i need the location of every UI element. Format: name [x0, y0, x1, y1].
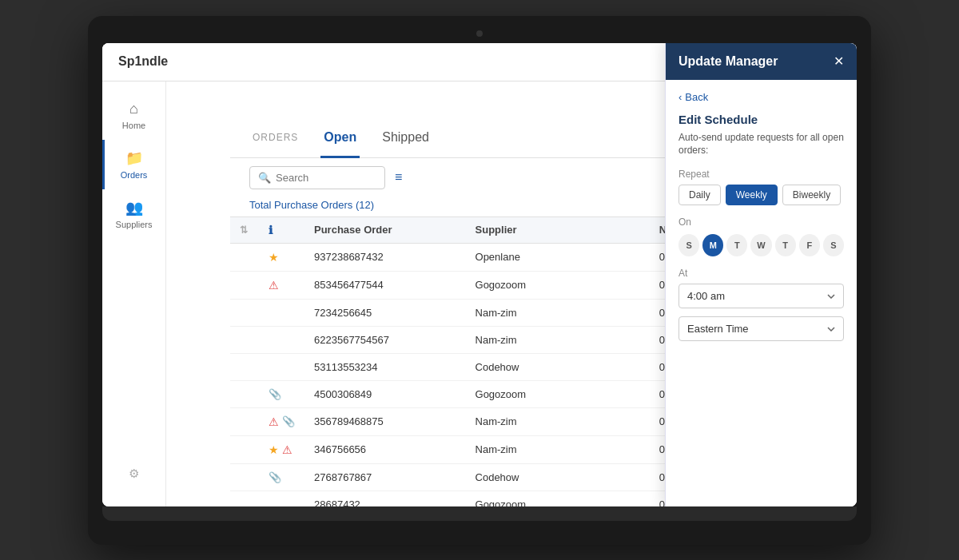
- icon-cell: 📎: [259, 381, 304, 407]
- icon-cell: [259, 354, 304, 368]
- col-po-header[interactable]: Purchase Order: [304, 216, 466, 243]
- timezone-select[interactable]: Eastern Time Central Time Mountain Time …: [678, 316, 844, 341]
- icon-cell: ⚠📎: [259, 408, 304, 435]
- tab-orders[interactable]: ORDERS: [249, 121, 301, 157]
- sidebar: ⌂ Home 📁 Orders 👥 Suppliers ⚙: [102, 43, 166, 506]
- icon-cell: [259, 300, 304, 314]
- sidebar-label-home: Home: [122, 121, 145, 130]
- suppliers-icon: 👥: [125, 199, 143, 216]
- day-buttons: S M T W T F S: [678, 234, 844, 256]
- po-cell: 356789468875: [304, 407, 466, 435]
- um-back-button[interactable]: ‹ Back: [678, 91, 844, 103]
- filter-icon[interactable]: ≡: [395, 170, 402, 185]
- back-chevron-icon: ‹: [678, 91, 682, 103]
- supplier-cell: Nam-zim: [466, 299, 650, 326]
- icon-cell: 📎: [259, 464, 304, 490]
- sidebar-item-home[interactable]: ⌂ Home: [102, 91, 165, 140]
- sidebar-item-settings[interactable]: ⚙: [122, 457, 145, 490]
- home-icon: ⌂: [129, 101, 138, 117]
- um-title: Update Manager: [678, 54, 778, 69]
- icon-cell: [259, 327, 304, 341]
- um-section-title: Edit Schedule: [678, 113, 844, 126]
- app-logo: Sp1ndle: [118, 54, 168, 69]
- day-saturday[interactable]: S: [823, 234, 844, 256]
- supplier-cell: Openlane: [466, 243, 650, 271]
- supplier-cell: Nam-zim: [466, 326, 650, 353]
- icon-cell: [259, 491, 304, 506]
- expand-cell: [230, 380, 259, 407]
- settings-icon: ⚙: [129, 467, 139, 481]
- expand-cell: [230, 271, 259, 299]
- update-manager-panel: Update Manager ✕ ‹ Back Edit Schedule Au…: [665, 43, 857, 506]
- supplier-cell: Codehow: [466, 353, 650, 380]
- po-cell: 853456477544: [304, 271, 466, 299]
- po-cell: 7234256645: [304, 299, 466, 326]
- po-cell: 6223567754567: [304, 326, 466, 353]
- col-expand: ⇅: [230, 216, 259, 243]
- day-friday[interactable]: F: [799, 234, 820, 256]
- expand-icon[interactable]: ⇅: [240, 224, 248, 236]
- warning-icon: ⚠: [269, 415, 279, 428]
- search-icon: 🔍: [258, 172, 271, 184]
- supplier-cell: Codehow: [466, 463, 650, 490]
- total-label: Total Purchase Orders (12): [249, 199, 374, 211]
- expand-cell: [230, 299, 259, 326]
- info-icon: ℹ: [269, 224, 273, 236]
- star-icon[interactable]: ★: [269, 251, 279, 264]
- repeat-weekly-button[interactable]: Weekly: [726, 185, 778, 205]
- repeat-biweekly-button[interactable]: Biweekly: [782, 185, 841, 205]
- po-cell: 937238687432: [304, 243, 466, 271]
- icon-cell: ★⚠: [259, 436, 304, 463]
- po-cell: 2768767867: [304, 463, 466, 490]
- repeat-label: Repeat: [678, 169, 844, 180]
- warning-icon: ⚠: [282, 443, 292, 456]
- po-cell: 346756656: [304, 435, 466, 463]
- at-label: At: [678, 268, 844, 279]
- expand-cell: [230, 407, 259, 435]
- sidebar-item-orders[interactable]: 📁 Orders: [102, 140, 165, 189]
- po-cell: 28687432: [304, 490, 466, 506]
- po-cell: 53113553234: [304, 353, 466, 380]
- attachment-icon: 📎: [269, 471, 281, 483]
- col-supplier-header[interactable]: Supplier: [466, 216, 650, 243]
- orders-icon: 📁: [125, 149, 143, 167]
- supplier-cell: Nam-zim: [466, 407, 650, 435]
- repeat-daily-button[interactable]: Daily: [678, 185, 721, 205]
- supplier-cell: Gogozoom: [466, 380, 650, 407]
- icon-cell: ⚠: [259, 272, 304, 299]
- attachment-icon: 📎: [282, 415, 295, 427]
- tab-open[interactable]: Open: [320, 119, 360, 158]
- tab-shipped[interactable]: Shipped: [379, 119, 432, 158]
- star-icon[interactable]: ★: [269, 443, 279, 456]
- sidebar-item-suppliers[interactable]: 👥 Suppliers: [102, 189, 165, 239]
- search-box[interactable]: 🔍: [249, 166, 385, 189]
- day-wednesday[interactable]: W: [750, 234, 771, 256]
- um-description: Auto-send update requests for all open o…: [678, 131, 844, 158]
- supplier-cell: Gogozoom: [466, 271, 650, 299]
- supplier-cell: Gogozoom: [466, 490, 650, 506]
- day-sunday[interactable]: S: [678, 234, 699, 256]
- expand-cell: [230, 243, 259, 271]
- um-header: Update Manager ✕: [666, 43, 857, 80]
- po-cell: 4500306849: [304, 380, 466, 407]
- sidebar-label-suppliers: Suppliers: [116, 220, 153, 229]
- repeat-buttons: Daily Weekly Biweekly: [678, 185, 844, 205]
- day-tuesday[interactable]: T: [726, 234, 747, 256]
- attachment-icon: 📎: [269, 388, 281, 400]
- expand-cell: [230, 353, 259, 380]
- day-thursday[interactable]: T: [775, 234, 796, 256]
- icon-cell: ★: [259, 244, 304, 271]
- on-label: On: [678, 216, 844, 228]
- um-back-label: Back: [685, 91, 708, 103]
- time-select[interactable]: 4:00 am 5:00 am 6:00 am 7:00 am 8:00 am: [678, 284, 844, 308]
- supplier-cell: Nam-zim: [466, 435, 650, 463]
- expand-cell: [230, 435, 259, 463]
- warning-icon: ⚠: [269, 279, 279, 292]
- expand-cell: [230, 490, 259, 506]
- expand-cell: [230, 463, 259, 490]
- expand-cell: [230, 326, 259, 353]
- day-monday[interactable]: M: [702, 234, 723, 256]
- um-close-button[interactable]: ✕: [834, 55, 844, 68]
- search-input[interactable]: [276, 172, 376, 184]
- sidebar-label-orders: Orders: [121, 170, 148, 180]
